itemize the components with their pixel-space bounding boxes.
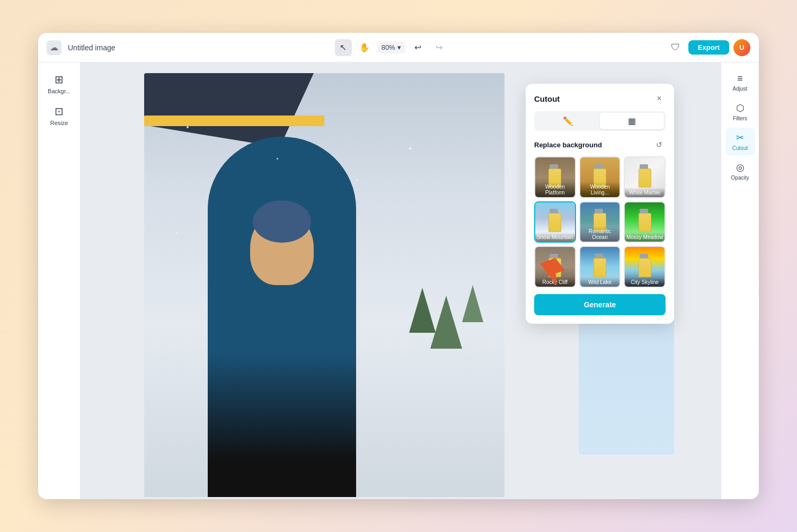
tab-edit[interactable]: ✏️ xyxy=(536,113,600,129)
tab-pattern[interactable]: ▦ xyxy=(600,113,664,129)
shield-button[interactable]: 🛡 xyxy=(667,39,684,56)
bg-label-rocky-cliff: Rocky Cliff xyxy=(535,277,575,287)
shield-icon: 🛡 xyxy=(671,42,680,53)
sidebar-label-resize: Resize xyxy=(50,120,68,126)
close-icon: × xyxy=(657,94,661,103)
bg-label-wooden-platform: Wooden Platform xyxy=(535,182,575,197)
filters-label: Filters xyxy=(733,116,747,121)
right-tool-filters[interactable]: ⬡ Filters xyxy=(725,98,755,126)
export-button[interactable]: Export xyxy=(688,40,729,55)
replace-header: Replace background ↺ xyxy=(534,138,666,151)
right-tool-adjust[interactable]: ≡ Adjust xyxy=(725,69,755,96)
refresh-button[interactable]: ↺ xyxy=(653,138,666,151)
background-icon: ⊞ xyxy=(55,73,64,86)
panel-header: Cutout × xyxy=(534,92,666,105)
bg-label-mossy-meadow: Mossy Meadow xyxy=(625,232,665,242)
adjust-icon: ≡ xyxy=(737,73,743,84)
panel-title: Cutout xyxy=(534,94,560,103)
bg-item-white-marble[interactable]: White Marble xyxy=(624,156,666,198)
right-tool-opacity[interactable]: ◎ Opacity xyxy=(725,157,755,185)
bottle-city-skyline xyxy=(637,254,652,277)
select-tool-button[interactable]: ↖ xyxy=(335,39,352,56)
select-icon: ↖ xyxy=(340,42,347,52)
right-sidebar: ≡ Adjust ⬡ Filters ✂ Cutout ◎ Opacity xyxy=(721,63,759,499)
pattern-icon: ▦ xyxy=(628,116,636,126)
cutout-panel: Cutout × ✏️ ▦ Replace background xyxy=(526,84,674,324)
app-window: ☁ Untitled image ↖ ✋ 80% ▾ ↩ ↪ 🛡 xyxy=(38,33,759,499)
bg-item-rocky-cliff[interactable]: Rocky Cliff xyxy=(534,246,576,288)
bottle-mossy-meadow xyxy=(637,209,652,232)
canvas-area: Cutout × ✏️ ▦ Replace background xyxy=(81,63,721,499)
opacity-icon: ◎ xyxy=(736,162,745,173)
bg-item-snow-mountain[interactable]: Snow Mountain xyxy=(534,201,576,243)
opacity-label: Opacity xyxy=(731,175,749,181)
background-grid: Wooden Platform Wooden Living... White M… xyxy=(534,156,666,288)
main-area: ⊞ Backgr... ⊡ Resize xyxy=(38,63,759,499)
replace-background-label: Replace background xyxy=(534,141,602,149)
bg-label-wooden-living: Wooden Living... xyxy=(580,182,620,197)
edit-icon: ✏️ xyxy=(563,116,573,126)
zoom-dropdown-icon: ▾ xyxy=(397,43,401,51)
bottle-rocky-cliff xyxy=(547,254,562,277)
right-tool-cutout[interactable]: ✂ Cutout xyxy=(725,128,755,155)
avatar-text: U xyxy=(739,43,744,51)
toolbar-right: 🛡 Export U xyxy=(667,39,750,56)
zoom-level: 80% xyxy=(382,43,395,51)
undo-button[interactable]: ↩ xyxy=(410,39,427,56)
cutout-icon: ✂ xyxy=(736,132,744,144)
undo-icon: ↩ xyxy=(414,42,421,52)
bg-label-city-skyline: City Skyline xyxy=(625,277,665,287)
panel-close-button[interactable]: × xyxy=(653,92,666,105)
redo-button[interactable]: ↪ xyxy=(431,39,448,56)
filters-icon: ⬡ xyxy=(736,102,745,114)
cloud-icon: ☁ xyxy=(50,42,58,52)
refresh-icon: ↺ xyxy=(656,140,662,149)
bg-label-romantic-ocean: Romantic Ocean xyxy=(580,226,620,242)
avatar[interactable]: U xyxy=(733,39,750,56)
bg-item-romantic-ocean[interactable]: Romantic Ocean xyxy=(579,201,621,243)
hand-tool-button[interactable]: ✋ xyxy=(356,39,373,56)
hand-icon: ✋ xyxy=(359,42,370,52)
app-logo: ☁ xyxy=(47,40,61,55)
bg-label-wild-lake: Wild Lake xyxy=(580,277,620,287)
adjust-label: Adjust xyxy=(733,86,748,92)
bottle-snow-mountain xyxy=(547,209,562,232)
bottle-wild-lake xyxy=(592,254,607,277)
document-title: Untitled image xyxy=(68,43,116,52)
resize-icon: ⊡ xyxy=(55,105,64,118)
bottle-white-marble xyxy=(637,164,652,188)
left-sidebar: ⊞ Backgr... ⊡ Resize xyxy=(38,63,81,499)
bg-item-mossy-meadow[interactable]: Mossy Meadow xyxy=(624,201,666,243)
bg-item-city-skyline[interactable]: City Skyline xyxy=(624,246,666,288)
bg-label-white-marble: White Marble xyxy=(625,188,665,197)
bg-item-wooden-platform[interactable]: Wooden Platform xyxy=(534,156,576,198)
person-background xyxy=(144,73,504,497)
zoom-control[interactable]: 80% ▾ xyxy=(377,41,405,54)
sidebar-label-background: Backgr... xyxy=(48,88,70,94)
bg-item-wild-lake[interactable]: Wild Lake xyxy=(579,246,621,288)
bg-label-snow-mountain: Snow Mountain xyxy=(535,232,575,242)
generate-button[interactable]: Generate xyxy=(534,294,666,315)
sidebar-item-background[interactable]: ⊞ Backgr... xyxy=(43,69,75,99)
canvas-image[interactable] xyxy=(144,73,504,497)
top-bar: ☁ Untitled image ↖ ✋ 80% ▾ ↩ ↪ 🛡 xyxy=(38,33,759,63)
toolbar-center: ↖ ✋ 80% ▾ ↩ ↪ xyxy=(335,39,448,56)
bg-item-wooden-living[interactable]: Wooden Living... xyxy=(579,156,621,198)
cutout-label: Cutout xyxy=(732,145,748,151)
sidebar-item-resize[interactable]: ⊡ Resize xyxy=(43,101,75,130)
panel-tabs: ✏️ ▦ xyxy=(534,111,666,131)
redo-icon: ↪ xyxy=(436,42,442,52)
